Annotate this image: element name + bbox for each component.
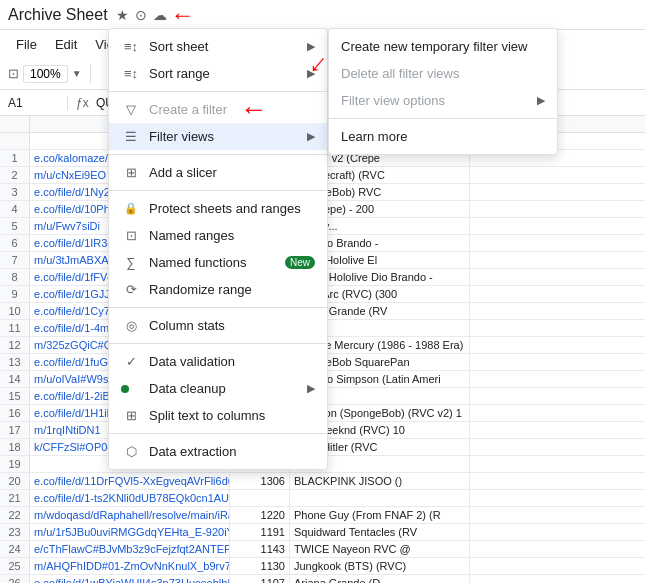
row-number: 15 bbox=[0, 388, 30, 404]
sort-sheet-label: Sort sheet bbox=[149, 39, 307, 54]
add-slicer-item[interactable]: ⊞ Add a slicer bbox=[109, 159, 327, 186]
sort-range-icon: ≡↕ bbox=[121, 66, 141, 81]
zoom-level[interactable]: 100% bbox=[23, 65, 68, 83]
create-filter-item: ▽ Create a filter bbox=[109, 96, 327, 123]
table-row: 21e.co/file/d/1-ts2KNli0dUB78EQk0cn1AUoq… bbox=[0, 490, 645, 507]
named-ranges-icon: ⊡ bbox=[121, 228, 141, 243]
sort-sheet-arrow: ▶ bbox=[307, 40, 315, 53]
drive-icon[interactable]: ⊙ bbox=[135, 7, 147, 23]
row-number: 1 bbox=[0, 150, 30, 166]
cell-url[interactable]: e.co/file/d/1-ts2KNli0dUB78EQk0cn1AUoqdr… bbox=[30, 490, 230, 506]
menu-file[interactable]: File bbox=[8, 35, 45, 54]
row-number: 18 bbox=[0, 439, 30, 455]
protect-sheets-icon: 🔒 bbox=[121, 202, 141, 215]
document-title: Archive Sheet bbox=[8, 6, 108, 24]
cell-name: Ariana Grande (D bbox=[290, 575, 470, 583]
add-slicer-label: Add a slicer bbox=[149, 165, 315, 180]
sort-sheet-item[interactable]: ≡↕ Sort sheet ▶ bbox=[109, 33, 327, 60]
data-cleanup-item[interactable]: Data cleanup ▶ bbox=[109, 375, 327, 402]
column-stats-icon: ◎ bbox=[121, 318, 141, 333]
data-dropdown-menu: ≡↕ Sort sheet ▶ ≡↕ Sort range ▶ ▽ Create… bbox=[108, 28, 328, 470]
cell-url[interactable]: e/cThFlawC#BJvMb3z9cFejzfqt2ANTEPRx1K3kp… bbox=[30, 541, 230, 557]
row-number: 11 bbox=[0, 320, 30, 336]
row-number: 25 bbox=[0, 558, 30, 574]
cloud-icon[interactable]: ☁ bbox=[153, 7, 167, 23]
title-icons: ★ ⊙ ☁ bbox=[116, 7, 167, 23]
create-temp-filter-item[interactable]: Create new temporary filter view bbox=[329, 33, 557, 60]
sort-range-label: Sort range bbox=[149, 66, 307, 81]
table-row: 26e.co/file/d/1wBYiaWHIl4s3p73HuceehlbRS… bbox=[0, 575, 645, 583]
cell-count bbox=[230, 490, 290, 506]
table-row: 23m/u/1r5JBu0uviRMGGdqYEHta_E-920iYH4qL/… bbox=[0, 524, 645, 541]
row-number: 23 bbox=[0, 524, 30, 540]
table-row: 25m/AHQFhIDD#01-ZmOvNnKnulX_b9rv7r8y56Dv… bbox=[0, 558, 645, 575]
named-functions-icon: ∑ bbox=[121, 255, 141, 270]
row-number: 26 bbox=[0, 575, 30, 583]
cell-name: Squidward Tentacles (RV bbox=[290, 524, 470, 540]
create-temp-filter-label: Create new temporary filter view bbox=[341, 39, 545, 54]
filter-view-options-label: Filter view options bbox=[341, 93, 537, 108]
create-filter-label: Create a filter bbox=[149, 102, 315, 117]
data-validation-icon: ✓ bbox=[121, 354, 141, 369]
star-icon[interactable]: ★ bbox=[116, 7, 129, 23]
table-row: 24e/cThFlawC#BJvMb3z9cFejzfqt2ANTEPRx1K3… bbox=[0, 541, 645, 558]
column-stats-item[interactable]: ◎ Column stats bbox=[109, 312, 327, 339]
row-number: 21 bbox=[0, 490, 30, 506]
cell-reference[interactable]: A1 bbox=[8, 96, 68, 110]
column-stats-label: Column stats bbox=[149, 318, 315, 333]
randomize-range-item[interactable]: ⟳ Randomize range bbox=[109, 276, 327, 303]
row-number: 10 bbox=[0, 303, 30, 319]
split-text-icon: ⊞ bbox=[121, 408, 141, 423]
toolbar-divider-1 bbox=[90, 64, 91, 84]
filter-views-icon: ☰ bbox=[121, 129, 141, 144]
sort-range-item[interactable]: ≡↕ Sort range ▶ bbox=[109, 60, 327, 87]
toolbar-icon-1[interactable]: ⊡ bbox=[8, 66, 19, 81]
data-validation-label: Data validation bbox=[149, 354, 315, 369]
row-number-header bbox=[0, 116, 30, 132]
data-cleanup-arrow: ▶ bbox=[307, 382, 315, 395]
arrow-indicator-1: ← bbox=[171, 1, 195, 29]
menu-divider-4 bbox=[109, 307, 327, 308]
learn-more-item[interactable]: Learn more bbox=[329, 123, 557, 150]
filter-views-item[interactable]: ☰ Filter views ▶ bbox=[109, 123, 327, 150]
add-slicer-icon: ⊞ bbox=[121, 165, 141, 180]
cell-count: 1107 bbox=[230, 575, 290, 583]
row-number: 12 bbox=[0, 337, 30, 353]
row-number: 24 bbox=[0, 541, 30, 557]
new-badge: New bbox=[285, 256, 315, 269]
cell-url[interactable]: m/AHQFhIDD#01-ZmOvNnKnulX_b9rv7r8y56DvO3… bbox=[30, 558, 230, 574]
cell-name bbox=[290, 490, 470, 506]
row-number: 14 bbox=[0, 371, 30, 387]
row-number: 4 bbox=[0, 201, 30, 217]
data-extraction-icon: ⬡ bbox=[121, 444, 141, 459]
filter-views-arrow: ▶ bbox=[307, 130, 315, 143]
cell-url[interactable]: m/wdoqasd/dRaphahell/resolve/main/iRapha… bbox=[30, 507, 230, 523]
row-number: 19 bbox=[0, 456, 30, 472]
named-functions-item[interactable]: ∑ Named functions New bbox=[109, 249, 327, 276]
randomize-range-icon: ⟳ bbox=[121, 282, 141, 297]
data-validation-item[interactable]: ✓ Data validation bbox=[109, 348, 327, 375]
cell-url[interactable]: e.co/file/d/1wBYiaWHIl4s3p73HuceehlbRSW1… bbox=[30, 575, 230, 583]
zoom-arrow[interactable]: ▼ bbox=[72, 68, 82, 79]
row-number: 20 bbox=[0, 473, 30, 489]
randomize-range-label: Randomize range bbox=[149, 282, 315, 297]
cell-name: BLACKPINK JISOO () bbox=[290, 473, 470, 489]
named-functions-label: Named functions bbox=[149, 255, 279, 270]
cell-url[interactable]: m/u/1r5JBu0uviRMGGdqYEHta_E-920iYH4qL/vi… bbox=[30, 524, 230, 540]
row-number: 16 bbox=[0, 405, 30, 421]
split-text-item[interactable]: ⊞ Split text to columns bbox=[109, 402, 327, 429]
cell-count: 1130 bbox=[230, 558, 290, 574]
row-number: 2 bbox=[0, 167, 30, 183]
sort-sheet-icon: ≡↕ bbox=[121, 39, 141, 54]
row-number: 3 bbox=[0, 184, 30, 200]
data-cleanup-label: Data cleanup bbox=[149, 381, 307, 396]
protect-sheets-item[interactable]: 🔒 Protect sheets and ranges bbox=[109, 195, 327, 222]
row-number: 5 bbox=[0, 218, 30, 234]
table-row: 22m/wdoqasd/dRaphahell/resolve/main/iRap… bbox=[0, 507, 645, 524]
filter-view-options-item: Filter view options ▶ bbox=[329, 87, 557, 114]
named-ranges-label: Named ranges bbox=[149, 228, 315, 243]
data-extraction-item[interactable]: ⬡ Data extraction bbox=[109, 438, 327, 465]
menu-edit[interactable]: Edit bbox=[47, 35, 85, 54]
named-ranges-item[interactable]: ⊡ Named ranges bbox=[109, 222, 327, 249]
cell-url[interactable]: e.co/file/d/11DrFQVl5-XxEgveqAVrFli6d6OM… bbox=[30, 473, 230, 489]
